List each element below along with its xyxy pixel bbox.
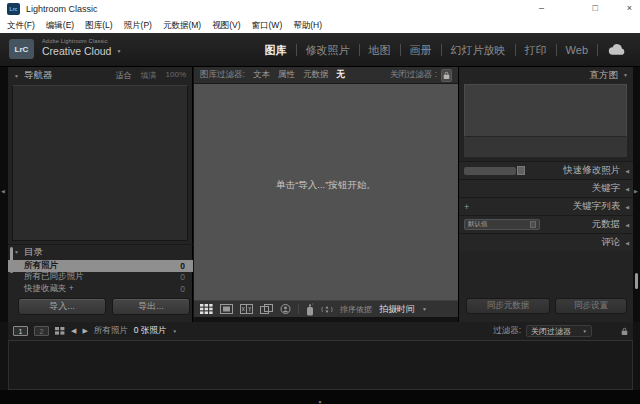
people-view-icon[interactable]: [280, 304, 291, 314]
catalog-header[interactable]: ▼ 目录: [8, 244, 193, 259]
navigator-header[interactable]: ▼ 导航器 适合 填满 100%: [8, 67, 192, 84]
divider: [359, 44, 360, 56]
collapse-right-icon[interactable]: ▶: [634, 188, 638, 194]
disclosure-triangle-icon[interactable]: ▼: [14, 249, 19, 255]
compare-view-icon[interactable]: [240, 304, 253, 314]
filmstrip-collapse-strip[interactable]: ▼: [0, 390, 640, 404]
section-comments[interactable]: 评论 ◀: [459, 233, 634, 251]
add-keyword-icon[interactable]: +: [464, 202, 469, 212]
chevron-left-icon[interactable]: ◀: [625, 168, 629, 174]
minimize-icon[interactable]: –: [539, 2, 544, 15]
catalog-row-count: 0: [180, 261, 185, 271]
section-metadata[interactable]: 默认值 元数据 ◀: [459, 215, 634, 233]
menu-item-window[interactable]: 窗口(W): [252, 20, 283, 32]
main-window-button[interactable]: 1: [13, 326, 28, 336]
empty-catalog-message: 单击“导入...”按钮开始。: [194, 84, 458, 192]
filmstrip-filter-dropdown[interactable]: 关闭过滤器 ▼: [526, 325, 592, 337]
painter-spray-icon[interactable]: [306, 303, 314, 316]
histogram-header[interactable]: 直方图 ▼: [459, 67, 633, 83]
previous-photo-icon[interactable]: ◀: [71, 327, 76, 335]
close-icon[interactable]: ×: [627, 2, 632, 15]
next-photo-icon[interactable]: ▶: [82, 327, 87, 335]
module-map[interactable]: 地图: [369, 43, 391, 58]
navigator-title: 导航器: [24, 69, 53, 82]
catalog-row-synced-photos[interactable]: 所有已同步照片 0: [8, 272, 193, 284]
section-keyword-list[interactable]: + 关键字列表 ◀: [459, 197, 634, 215]
menu-item-help[interactable]: 帮助(H): [293, 20, 322, 32]
filter-tab-none[interactable]: 无: [336, 69, 345, 81]
sync-metadata-button[interactable]: 同步元数据: [466, 298, 550, 314]
zoom-fit-option[interactable]: 适合: [116, 70, 132, 81]
filmstrip-thumbnails[interactable]: [8, 340, 633, 390]
import-button[interactable]: 导入...: [18, 298, 106, 315]
survey-view-icon[interactable]: [260, 304, 273, 314]
grid-view-icon[interactable]: [200, 304, 213, 314]
right-panel-collapse-strip[interactable]: ▶: [633, 67, 640, 322]
menu-item-file[interactable]: 文件(F): [7, 20, 35, 32]
disclosure-triangle-icon[interactable]: ▼: [14, 73, 19, 79]
menu-item-view[interactable]: 视图(V): [212, 20, 240, 32]
module-print[interactable]: 打印: [525, 43, 547, 58]
app-icon: Lrc: [7, 3, 20, 15]
navigator-preview: [12, 85, 188, 241]
filter-lock-icon[interactable]: [441, 69, 452, 82]
chevron-left-icon[interactable]: ◀: [625, 222, 629, 228]
catalog-row-label: 所有已同步照片: [24, 271, 84, 283]
menu-bar: 文件(F) 编辑(E) 图库(L) 照片(P) 元数据(M) 视图(V) 窗口(…: [0, 18, 640, 33]
menu-item-edit[interactable]: 编辑(E): [46, 20, 74, 32]
chevron-down-icon: ▼: [116, 48, 121, 54]
sort-value-dropdown[interactable]: 拍摄时间: [379, 303, 415, 316]
catalog-title: 目录: [24, 246, 43, 259]
left-panel-collapse-strip[interactable]: ◀: [0, 67, 8, 322]
saved-preset-widget[interactable]: [464, 166, 525, 175]
account-menu[interactable]: Creative Cloud ▼: [42, 45, 121, 57]
module-book[interactable]: 画册: [410, 43, 432, 58]
catalog-row-count: 0: [180, 284, 185, 294]
module-library[interactable]: 图库: [265, 43, 287, 58]
account-label: Creative Cloud: [42, 45, 111, 57]
catalog-row-quick-collection[interactable]: 快捷收藏夹 + 0: [8, 283, 193, 295]
filter-tab-text[interactable]: 文本: [253, 69, 270, 81]
export-button[interactable]: 导出...: [112, 298, 190, 315]
sync-settings-button[interactable]: 同步设置: [555, 298, 627, 314]
filmstrip-source-label[interactable]: 所有照片: [94, 325, 128, 337]
filmstrip-lock-icon[interactable]: [621, 327, 628, 336]
collapse-left-icon[interactable]: ◀: [1, 188, 5, 194]
metadata-preset-dropdown[interactable]: 默认值: [464, 219, 540, 230]
chevron-down-icon: ▼: [583, 329, 587, 334]
section-keywording[interactable]: 关键字 ◀: [459, 179, 634, 197]
menu-item-metadata[interactable]: 元数据(M): [163, 20, 201, 32]
chevron-left-icon[interactable]: ◀: [625, 204, 629, 210]
filter-tab-metadata[interactable]: 元数据: [303, 69, 329, 81]
disclosure-triangle-icon[interactable]: ▼: [623, 72, 628, 78]
zoom-fill-option[interactable]: 填满: [141, 70, 157, 81]
zoom-level-option[interactable]: 100%: [166, 70, 186, 81]
section-quick-develop[interactable]: 快速修改照片 ◀: [459, 161, 634, 179]
chevron-down-icon[interactable]: ▼: [172, 329, 176, 334]
right-panel-scrollbar[interactable]: [635, 273, 638, 289]
module-develop[interactable]: 修改照片: [306, 43, 350, 58]
filmstrip-photo-count: 0 张照片: [134, 325, 167, 337]
menu-item-photo[interactable]: 照片(P): [124, 20, 152, 32]
grid-view-area[interactable]: 单击“导入...”按钮开始。: [194, 84, 458, 300]
module-slideshow[interactable]: 幻灯片放映: [451, 43, 506, 58]
app-name-label: Adobe Lightroom Classic: [42, 38, 108, 44]
menu-item-library[interactable]: 图库(L): [85, 20, 112, 32]
maximize-icon[interactable]: □: [593, 2, 598, 15]
sort-direction-icon[interactable]: [321, 305, 333, 314]
filmstrip-filter-value: 关闭过滤器: [531, 326, 571, 337]
right-panel: 直方图 ▼ 快速修改照片 ◀ 关键字 ◀: [458, 67, 633, 322]
chevron-left-icon[interactable]: ◀: [625, 240, 629, 246]
filter-tab-attribute[interactable]: 属性: [278, 69, 295, 81]
cloud-sync-icon[interactable]: [607, 44, 626, 56]
second-window-button[interactable]: 2: [34, 326, 49, 336]
module-web[interactable]: Web: [566, 44, 588, 56]
grid-view-shortcut-icon[interactable]: [55, 327, 65, 335]
filmstrip-bar: 1 2 ◀ ▶ 所有照片 0 张照片 ▼ 过滤器: 关闭过滤器 ▼: [8, 322, 633, 340]
collapse-down-icon[interactable]: ▼: [318, 399, 323, 404]
chevron-down-icon[interactable]: ▼: [422, 306, 427, 312]
catalog-row-all-photos[interactable]: 所有照片 0: [8, 260, 193, 272]
chevron-left-icon[interactable]: ◀: [625, 186, 629, 192]
loupe-view-icon[interactable]: [220, 304, 233, 314]
sort-by-label: 排序依据: [340, 304, 372, 315]
